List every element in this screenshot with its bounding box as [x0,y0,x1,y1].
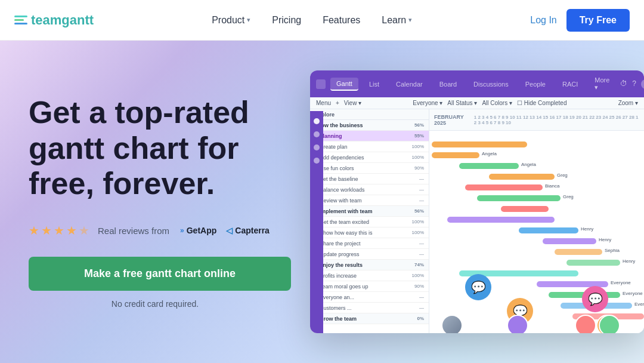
no-credit-card-text: No credit card required. [29,299,281,309]
login-button[interactable]: Log In [530,15,556,26]
gantt-month-header: FEBRUARY 2025 1 2 3 4 5 6 7 8 9 10 11 12… [429,109,644,131]
avatar-1 [441,315,463,333]
gantt-row-everyone: Everyone an... — [310,292,429,303]
gantt-row-workloads: Balance workloads — [310,184,429,195]
logo-icon [14,16,27,24]
gantt-bar-share [555,249,602,255]
star-3: ★ [54,223,64,238]
toolbar-menu[interactable]: Menu [316,100,331,106]
star-1: ★ [29,223,39,238]
gantt-body: Explore Grow the business 56% ▸ Planning… [310,109,644,333]
avatar-5 [575,315,596,333]
nav-pricing[interactable]: Pricing [272,15,301,26]
gantt-row-grow-team: ▸ Grow the team 0% [310,313,429,324]
gantt-row-easy: Show how easy this is 100% [310,227,429,238]
gantt-row-progress: Update progress — [310,249,429,260]
gantt-row-planning: ▸ Planning 55% [310,131,429,141]
gantt-bars-container: Angela Angela Greg Bianca Greg [429,131,644,333]
gantt-row-grow: Grow the business 56% [310,120,429,131]
toolbar-view[interactable]: View ▾ [344,100,361,106]
gantt-left-sidebar [310,111,323,333]
star-rating: ★ ★ ★ ★ ★ [29,223,89,238]
gantt-row-excited: Get the team excited 100% [310,217,429,227]
gantt-tab-raci[interactable]: RACI [556,78,584,90]
gantt-row-enjoy: ▸ Enjoy the results 74% [310,260,429,270]
toolbar-status[interactable]: All Status ▾ [447,100,477,106]
gantt-tab-people[interactable]: People [519,78,552,90]
gantt-bar-create [432,152,479,158]
gantt-row-colors: Use fun colors 90% [310,163,429,174]
star-2: ★ [41,223,52,238]
gantt-sidebar-header: Explore [310,109,429,120]
hero-left: Get a top-rated gantt chart for free, fo… [0,71,310,333]
gantt-row-customers: Customers ... — [310,303,429,313]
gantt-bar-planning [432,141,527,147]
gantt-row-share: Share the project — [310,238,429,249]
chevron-down-icon-2: ▾ [408,16,412,24]
gantt-row-review: Review with team — [310,195,429,206]
nav-links: Product ▾ Pricing Features Learn ▾ [212,15,412,26]
star-4: ★ [66,223,77,238]
hero-section: Get a top-rated gantt chart for free, fo… [0,41,644,363]
gantt-row-implement: ▸ Implement with team 56% [310,206,429,217]
gantt-bar-easy [543,238,596,244]
chat-bubble-pink: 💬 [582,286,608,312]
gantt-row-moral: Team moral goes up 90% [310,281,429,292]
nav-learn[interactable]: Learn ▾ [382,15,412,26]
gantt-sidebar: Explore Grow the business 56% ▸ Planning… [310,109,429,333]
cta-button[interactable]: Make a free gantt chart online [29,257,291,291]
date-numbers: 1 2 3 4 5 6 7 8 9 10 11 12 13 14 15 16 1… [474,115,639,125]
toolbar-color[interactable]: All Colors ▾ [482,100,512,106]
nav-product[interactable]: Product ▾ [212,15,250,26]
logo-line-1 [14,16,27,17]
gantt-tab-calendar[interactable]: Calendar [390,78,429,90]
chat-bubble-blue: 💬 [465,274,491,300]
gantt-bar-review [501,206,549,212]
gantt-bar-deps [459,163,519,169]
gantt-row-deps: Add dependencies 100% [310,152,429,163]
reviews-row: ★ ★ ★ ★ ★ Real reviews from » GetApp ◁ C… [29,223,281,238]
gantt-tab-gantt[interactable]: Gantt [330,78,358,91]
gantt-bar-baseline [465,184,543,190]
gantt-tab-list[interactable]: List [363,78,385,90]
getapp-icon: » [180,226,184,235]
star-5: ★ [79,223,89,238]
gantt-bar-implement [447,217,555,223]
logo-line-2 [14,19,24,21]
sidebar-dot-1 [314,118,320,124]
gantt-tab-more[interactable]: More ▾ [589,74,615,94]
getapp-label: GetApp [187,226,217,235]
try-free-button[interactable]: Try Free [566,9,630,32]
getapp-logo[interactable]: » GetApp [180,226,216,235]
toolbar-completed[interactable]: ☐ Hide Completed [517,100,566,106]
gantt-header-icons: ⏱ ? [620,79,644,89]
gantt-chart-area: FEBRUARY 2025 1 2 3 4 5 6 7 8 9 10 11 12… [429,109,644,333]
navbar: teamgantt Product ▾ Pricing Features Lea… [0,0,644,41]
gantt-window: Gantt List Calendar Board Discussions Pe… [310,70,644,333]
user-avatar-icon [641,79,644,89]
nav-features[interactable]: Features [323,15,360,26]
capterra-label: Capterra [235,226,270,235]
toolbar-zoom[interactable]: Zoom ▾ [618,100,638,106]
sidebar-dot-2 [314,131,320,137]
question-icon: ? [632,79,636,89]
clock-icon: ⏱ [620,79,627,89]
gantt-row-profits: Profits increase 100% [310,270,429,281]
hero-headline: Get a top-rated gantt chart for free, fo… [29,95,281,202]
nav-right: Log In Try Free [530,9,630,32]
toolbar-everyone[interactable]: Everyone ▾ [413,100,442,106]
logo[interactable]: teamgantt [14,13,94,28]
gantt-bar-workloads [477,195,561,201]
gantt-mockup: Gantt List Calendar Board Discussions Pe… [310,70,644,345]
gantt-row-create: Create plan 100% [310,141,429,152]
review-logos: » GetApp ◁ Capterra [180,226,270,235]
sidebar-dot-4 [314,158,320,164]
gantt-tab-discussions[interactable]: Discussions [467,78,515,90]
gantt-logo-small [316,79,326,89]
gantt-tab-board[interactable]: Board [434,78,463,90]
capterra-logo[interactable]: ◁ Capterra [226,226,270,235]
logo-text: teamgantt [31,13,94,28]
gantt-row-baseline: Set the baseline — [310,174,429,184]
reviews-text: Real reviews from [98,226,169,236]
avatar-4 [599,315,620,333]
